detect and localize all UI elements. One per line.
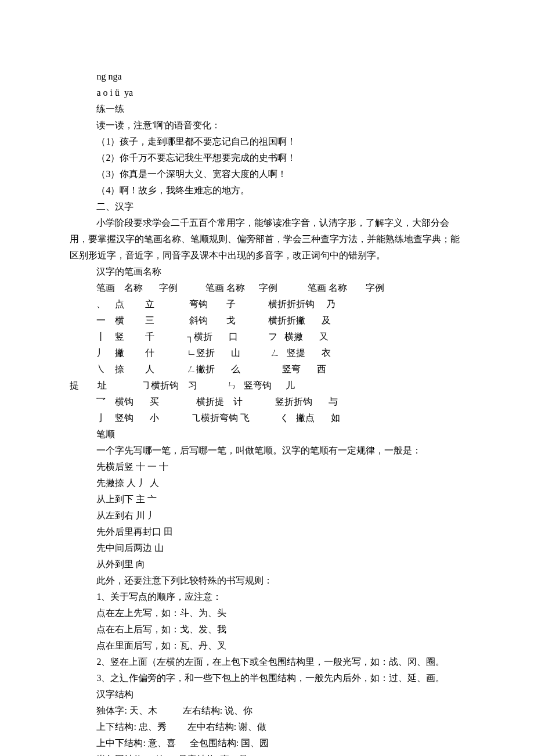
text-line: 2、竖在上面（左横的左面，在上包下或全包围结构里，一般光写，如：战、冈、圈。 (70, 654, 464, 670)
text-line: 上中下结构: 意、喜 全包围结构: 国、园 (70, 735, 464, 751)
paragraph: 小学阶段要求学会二千五百个常用字，能够读准字音，认清字形，了解字义，大部分会用，… (70, 215, 464, 264)
text-line: 一个字先写哪一笔，后写哪一笔，叫做笔顺。汉字的笔顺有一定规律，一般是： (70, 442, 464, 459)
text-line: 先中间后两边 山 (70, 540, 464, 556)
subsection-heading: 汉字的笔画名称 (70, 264, 464, 280)
table-row: 提 址 ㇆横折钩 习 ㄣ 竖弯钩 儿 (70, 377, 464, 394)
subsection-heading: 笔顺 (70, 426, 464, 442)
text-line: 1、关于写点的顺序，应注意： (70, 589, 464, 605)
text-line: 点在里面后写，如：瓦、丹、叉 (70, 638, 464, 654)
table-header: 笔画 名称 字例 笔画 名称 字例 笔画 名称 字例 (70, 280, 464, 296)
text-line: 从上到下 主 亠 (70, 491, 464, 507)
table-row: 丨 竖 千 ┐横折 口 フ 横撇 又 (70, 329, 464, 345)
text-line: 先外后里再封口 田 (70, 524, 464, 540)
text-line: 此外，还要注意下列比较特殊的书写规则： (70, 573, 464, 589)
text-line: （4）啊！故乡，我终生难忘的地方。 (70, 182, 464, 199)
table-row: 乛 横钩 买 横折提 计 竖折折钩 与 (70, 394, 464, 410)
text-line: 从外到里 向 (70, 556, 464, 573)
text-line: 先横后竖 十 一 十 (70, 459, 464, 475)
text-line: 半包围结构:、凶 品安结构: 森、晶 (70, 751, 464, 756)
text-line: （1）孩子，走到哪里都不要忘记自己的祖国啊！ (70, 134, 464, 150)
text-line: ng nga (70, 69, 464, 85)
section-heading: 二、汉字 (70, 199, 464, 215)
table-row: 、 点 立 弯钩 子 横折折折钩 乃 (70, 296, 464, 312)
text-line: a o i ü ya (70, 85, 464, 101)
text-line: 练一练 (70, 101, 464, 117)
table-row: ㇏ 捺 人 ㄥ撇折 么 竖弯 西 (70, 361, 464, 377)
text-line: 先撇捺 人 丿 人 (70, 475, 464, 491)
table-row: 一 横 三 斜钩 戈 横折折撇 及 (70, 312, 464, 329)
table-row: 亅 竖钩 小 ㇈横折弯钩 飞 く 撇点 如 (70, 410, 464, 426)
text-line: 读一读，注意'啊'的语音变化： (70, 117, 464, 134)
table-row: 丿 撇 什 ㄴ竖折 山 ㄥ 竖提 衣 (70, 345, 464, 361)
page-container: ng nga a o i ü ya 练一练 读一读，注意'啊'的语音变化： （1… (0, 0, 534, 756)
text-line: 上下结构: 忠、秀 左中右结构: 谢、做 (70, 719, 464, 735)
text-line: 点在左上先写，如：斗、为、头 (70, 605, 464, 621)
subsection-heading: 汉字结构 (70, 686, 464, 703)
text-line: （3）你真是一个深明大义、宽容大度的人啊！ (70, 166, 464, 182)
text-line: （2）你千万不要忘记我生平想要完成的史书啊！ (70, 150, 464, 166)
text-line: 从左到右 川 丿 (70, 507, 464, 524)
text-line: 点在右上后写，如：戈、发、我 (70, 621, 464, 638)
text-line: 3、之辶作偏旁的字，和一些下包上的半包围结构，一般先内后外，如：过、延、画。 (70, 670, 464, 686)
text-line: 独体字: 天、木 左右结构: 说、你 (70, 703, 464, 719)
